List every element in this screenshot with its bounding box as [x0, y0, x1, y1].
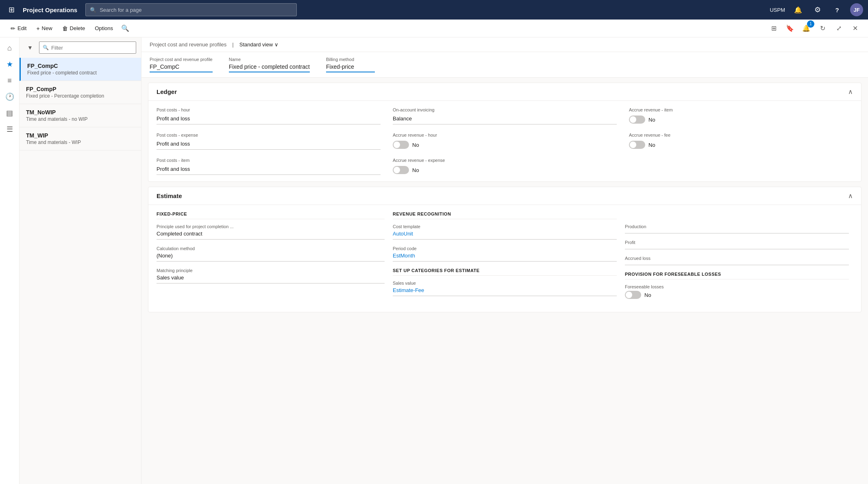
list-item-tm-wip[interactable]: TM_WIP Time and materials - WIP [20, 127, 141, 150]
post-costs-item-value: Profit and loss [157, 166, 381, 175]
ledger-section: Ledger ∧ Post costs - hour Profit and lo… [148, 83, 861, 182]
list-items: FP_CompC Fixed price - completed contrac… [20, 58, 141, 484]
app-grid-button[interactable]: ⊞ [5, 3, 18, 16]
delete-button[interactable]: 🗑 Delete [58, 23, 89, 34]
accrue-revenue-hour-toggle-label: No [412, 142, 419, 148]
accrue-revenue-item-toggle-label: No [648, 117, 655, 123]
matching-principle-field: Matching principle Sales value [157, 268, 385, 283]
accrue-revenue-item-toggle[interactable] [629, 116, 645, 124]
accrue-revenue-item-label: Accrue revenue - item [629, 107, 853, 112]
command-bar: ✏ Edit + New 🗑 Delete Options 🔍 ⊞ 🔖 🔔 1 … [0, 20, 868, 37]
options-button[interactable]: Options [91, 23, 117, 34]
revenue-recognition-header: REVENUE RECOGNITION [393, 211, 617, 219]
accrue-revenue-fee-toggle[interactable] [629, 141, 645, 149]
help-button[interactable]: ? [831, 3, 844, 16]
accrue-revenue-hour-label: Accrue revenue - hour [393, 133, 617, 137]
sales-value-label: Sales value [393, 281, 617, 286]
form-header-row: Project cost and revenue profile FP_Comp… [150, 57, 860, 72]
bookmark-button[interactable]: 🔖 [783, 22, 796, 35]
ledger-title: Ledger [157, 88, 177, 95]
settings-button[interactable]: ⚙ [811, 3, 824, 16]
close-button[interactable]: ✕ [848, 22, 861, 35]
view-selector[interactable]: Standard view ∨ [239, 41, 278, 48]
setup-categories-section: SET UP CATEGORIES FOR ESTIMATE Sales val… [393, 268, 617, 296]
calc-method-field: Calculation method (None) [157, 246, 385, 262]
list-item-title: FP_CompC [27, 63, 135, 69]
detail-header: Project cost and revenue profiles | Stan… [141, 37, 868, 52]
estimate-content: FIXED-PRICE Principle used for project c… [148, 205, 861, 312]
filter-input-wrap[interactable]: 🔍 [39, 41, 136, 54]
list-item-fp-compp[interactable]: FP_CompP Fixed price - Percentage comple… [20, 81, 141, 104]
top-nav-right: USPM 🔔 ⚙ ? JF [770, 3, 863, 16]
accrue-revenue-fee-toggle-label: No [648, 142, 655, 148]
sidebar-table-button[interactable]: ▤ [2, 106, 17, 120]
list-item-fp-compc[interactable]: FP_CompC Fixed price - completed contrac… [20, 58, 141, 81]
name-value: Fixed price - completed contract [229, 63, 310, 72]
accrued-loss-label: Accrued loss [625, 256, 849, 261]
filter-input[interactable] [51, 45, 133, 51]
list-item-tm-nowip[interactable]: TM_NoWIP Time and materials - no WIP [20, 104, 141, 127]
search-icon: 🔍 [90, 7, 96, 13]
ledger-chevron-icon: ∧ [848, 88, 853, 96]
period-code-value[interactable]: EstMonth [393, 253, 617, 262]
filter-search-icon: 🔍 [43, 45, 49, 50]
app-title: Project Operations [23, 7, 77, 13]
refresh-button[interactable]: ↻ [816, 22, 829, 35]
breadcrumb: Project cost and revenue profiles [150, 41, 226, 48]
sidebar-home-button[interactable]: ⌂ [2, 41, 17, 55]
fixed-price-header: FIXED-PRICE [157, 211, 385, 219]
top-nav: ⊞ Project Operations 🔍 Search for a page… [0, 0, 868, 20]
list-item-title: TM_WIP [26, 132, 135, 139]
on-account-invoicing-group: On-account invoicing Balance [393, 107, 617, 124]
ledger-empty-cell [629, 158, 853, 175]
global-search[interactable]: 🔍 Search for a page [85, 3, 297, 16]
billing-method-field-group: Billing method Fixed-price [326, 57, 375, 72]
accrue-revenue-expense-toggle-label: No [412, 167, 419, 173]
name-label: Name [229, 57, 310, 62]
expand-button[interactable]: ⤢ [832, 22, 845, 35]
notification-bell-button[interactable]: 🔔 [792, 3, 805, 16]
avatar[interactable]: JF [850, 3, 863, 16]
estimate-section-header[interactable]: Estimate ∧ [148, 187, 861, 205]
sidebar-list-button[interactable]: ☰ [2, 122, 17, 137]
ledger-grid: Post costs - hour Profit and loss On-acc… [157, 107, 853, 175]
list-item-subtitle: Time and materials - WIP [26, 140, 135, 145]
search-cmd-button[interactable]: 🔍 [119, 22, 132, 35]
calc-method-value: (None) [157, 253, 385, 262]
foreseeable-losses-toggle[interactable] [625, 291, 641, 299]
foreseeable-losses-field: Foreseeable losses No [625, 284, 849, 299]
name-field-group: Name Fixed price - completed contract [229, 57, 310, 72]
cost-template-field: Cost template AutoUnit [393, 224, 617, 240]
sidebar-clock-button[interactable]: 🕐 [2, 89, 17, 104]
edit-button[interactable]: ✏ Edit [7, 23, 30, 34]
accrue-revenue-expense-group: Accrue revenue - expense No [393, 158, 617, 175]
list-item-subtitle: Fixed price - completed contract [27, 70, 135, 76]
ledger-content: Post costs - hour Profit and loss On-acc… [148, 101, 861, 181]
list-item-subtitle: Time and materials - no WIP [26, 116, 135, 122]
list-header: ▼ 🔍 [20, 37, 141, 58]
profile-field-group: Project cost and revenue profile FP_Comp… [150, 57, 213, 72]
sidebar-menu-button[interactable]: ≡ [2, 73, 17, 88]
production-field: Production [625, 224, 849, 233]
calc-method-label: Calculation method [157, 246, 385, 251]
accrue-revenue-expense-toggle[interactable] [393, 166, 409, 174]
ledger-section-header[interactable]: Ledger ∧ [148, 83, 861, 101]
production-col: PLACEHOLDER Production Profit Accrued lo… [621, 211, 853, 305]
sidebar-star-button[interactable]: ★ [2, 57, 17, 72]
post-costs-expense-label: Post costs - expense [157, 133, 381, 137]
notification-count: 1 [807, 20, 814, 28]
filter-icon-button[interactable]: ▼ [24, 42, 36, 53]
new-button[interactable]: + New [32, 23, 56, 34]
period-code-label: Period code [393, 246, 617, 251]
sales-value-value[interactable]: Estimate-Fee [393, 287, 617, 296]
profile-value: FP_CompC [150, 63, 213, 72]
accrue-revenue-item-toggle-row: No [629, 116, 853, 124]
accrue-revenue-hour-toggle[interactable] [393, 141, 409, 149]
apps-icon-button[interactable]: ⊞ [767, 22, 780, 35]
sales-value-field: Sales value Estimate-Fee [393, 281, 617, 296]
plus-icon: + [36, 25, 39, 32]
foreseeable-losses-toggle-label: No [644, 292, 651, 298]
cost-template-value[interactable]: AutoUnit [393, 231, 617, 240]
profile-label: Project cost and revenue profile [150, 57, 213, 62]
accrue-revenue-fee-toggle-row: No [629, 141, 853, 149]
